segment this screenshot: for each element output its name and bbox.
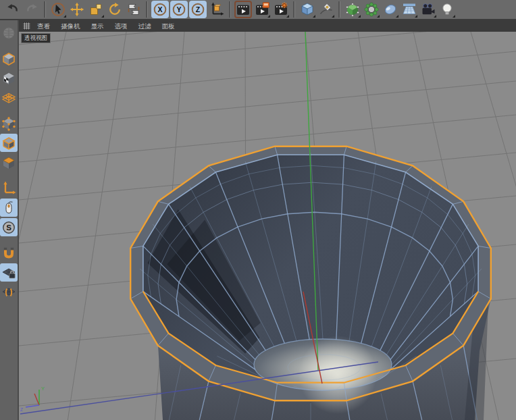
toolbar-divider — [146, 1, 148, 18]
toolbar-button-sync-arrows[interactable] — [125, 1, 143, 18]
toolbar-button-redo[interactable] — [23, 1, 41, 18]
redo-icon — [24, 2, 39, 17]
sidebar-button-snap[interactable]: S — [0, 218, 18, 236]
perspective-viewport[interactable]: 透视视图 YZ — [19, 32, 516, 420]
flyout-corner-icon — [377, 15, 380, 18]
top-toolbar: XYZ — [0, 0, 516, 20]
undo-icon — [5, 2, 20, 17]
sidebar-button-axis-mode[interactable] — [0, 179, 18, 197]
axis-lock-y-icon: Y — [172, 2, 186, 17]
sidebar-button-workplane-paren[interactable] — [0, 283, 18, 301]
snap-icon: S — [1, 220, 16, 235]
toolbar-button-primitive-cube[interactable] — [299, 1, 316, 18]
toolbar-divider — [229, 1, 231, 18]
toolbar-button-axis-lock-z[interactable]: Z — [189, 1, 207, 18]
coord-system-icon — [209, 2, 224, 17]
sidebar-button-model-mode[interactable] — [0, 49, 18, 68]
toolbar-button-floor-environment[interactable] — [401, 1, 418, 18]
toolbar-button-render-view[interactable] — [234, 1, 252, 18]
toolbar-button-undo[interactable] — [4, 1, 22, 18]
panel-grid-icon[interactable] — [22, 22, 32, 30]
magnet-icon — [1, 246, 16, 261]
svg-text:S: S — [6, 224, 11, 232]
render-view-icon — [236, 2, 251, 17]
toolbar-divider — [338, 1, 340, 18]
flyout-corner-icon — [101, 15, 104, 18]
lock-workplane-icon — [1, 265, 16, 280]
toolbar-button-render-picture-viewer[interactable] — [253, 1, 271, 18]
axis-lock-z-icon: Z — [190, 2, 205, 17]
toolbar-button-live-selection[interactable] — [49, 1, 67, 18]
flyout-corner-icon — [63, 15, 66, 18]
sidebar-button-texture-mode[interactable] — [0, 69, 18, 87]
menu-item-view[interactable]: 查看 — [32, 20, 55, 32]
rotate-icon — [107, 2, 122, 17]
flyout-corner-icon — [267, 15, 270, 18]
sidebar-button-magnet[interactable] — [0, 244, 18, 262]
gizmo-y-label: Y — [41, 386, 45, 392]
toolbar-button-light[interactable] — [438, 1, 456, 18]
toolbar-button-axis-lock-x[interactable]: X — [151, 1, 169, 18]
sidebar-button-polygons-mode[interactable] — [0, 153, 18, 172]
sidebar-button-lock-workplane[interactable] — [0, 263, 18, 282]
edges-mode-icon — [1, 136, 16, 151]
toolbar-button-subdivision-surface[interactable] — [344, 1, 361, 18]
menu-item-filter[interactable]: 过滤 — [133, 20, 157, 32]
toolbar-divider — [44, 1, 46, 18]
toolbar-button-camera[interactable] — [419, 1, 437, 18]
cup-object — [130, 147, 491, 420]
toolbar-button-scale[interactable] — [87, 1, 105, 18]
menu-item-display[interactable]: 显示 — [86, 20, 109, 32]
axis-mode-icon — [1, 181, 16, 196]
toolbar-button-rotate[interactable] — [106, 1, 124, 18]
left-mode-sidebar: S — [0, 20, 19, 420]
svg-text:X: X — [157, 5, 162, 14]
menu-item-cameras[interactable]: 摄像机 — [55, 20, 86, 32]
axis-lock-x-icon: X — [153, 2, 167, 17]
flyout-corner-icon — [453, 15, 455, 18]
polygons-mode-icon — [1, 155, 16, 170]
flyout-corner-icon — [332, 15, 334, 18]
svg-text:Y: Y — [176, 5, 181, 14]
flyout-corner-icon — [415, 15, 417, 18]
toolbar-button-pen-spline[interactable] — [317, 1, 335, 18]
sidebar-button-edges-mode[interactable] — [0, 134, 18, 152]
viewport-title-label: 透视视图 — [21, 33, 51, 43]
toolbar-button-axis-lock-y[interactable]: Y — [170, 1, 188, 18]
sidebar-button-make-editable[interactable] — [0, 24, 18, 42]
flyout-corner-icon — [313, 15, 315, 18]
sync-arrows-icon — [126, 2, 141, 17]
workplane-paren-icon — [1, 285, 16, 300]
toolbar-button-metaball[interactable] — [382, 1, 399, 18]
toolbar-divider — [293, 1, 295, 18]
toolbar-button-coord-system[interactable] — [208, 1, 226, 18]
menu-item-options[interactable]: 选项 — [109, 20, 133, 32]
flyout-corner-icon — [286, 15, 289, 18]
cinema4d-window: { "app": "Cinema 4D viewport (Chinese UI… — [0, 0, 516, 420]
toolbar-button-move[interactable] — [68, 1, 86, 18]
sidebar-button-points-mode[interactable] — [0, 114, 18, 132]
viewport-menubar: 查看摄像机显示选项过滤面板 — [19, 20, 516, 32]
texture-mode-icon — [1, 71, 16, 86]
viewport-solo-icon — [1, 201, 16, 215]
gizmo-z-label: Z — [20, 407, 23, 412]
model-mode-icon — [1, 51, 16, 66]
workplane-mode-icon — [1, 90, 16, 105]
flyout-corner-icon — [358, 15, 361, 18]
points-mode-icon — [1, 116, 16, 131]
sidebar-button-viewport-solo[interactable] — [0, 199, 18, 217]
make-editable-icon — [1, 26, 16, 41]
toolbar-button-render-settings[interactable] — [272, 1, 290, 18]
sidebar-button-workplane-mode[interactable] — [0, 88, 18, 107]
move-icon — [70, 2, 84, 17]
svg-text:Z: Z — [196, 5, 201, 14]
viewport-canvas[interactable]: YZ — [19, 32, 516, 420]
flyout-corner-icon — [434, 15, 436, 18]
toolbar-button-deformer[interactable] — [363, 1, 380, 18]
flyout-corner-icon — [396, 15, 398, 18]
menu-item-panel[interactable]: 面板 — [157, 20, 180, 32]
